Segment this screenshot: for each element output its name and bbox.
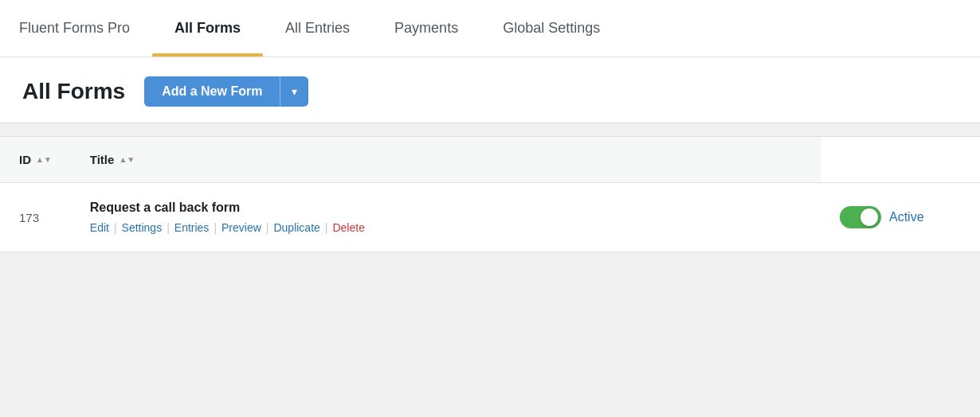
status-toggle-container: Active <box>840 206 961 228</box>
row-title-cell: Request a call back form Edit | Settings… <box>71 183 821 252</box>
status-badge: Active <box>889 210 924 224</box>
row-id: 173 <box>0 183 71 252</box>
action-settings[interactable]: Settings <box>122 221 163 234</box>
add-form-dropdown-button[interactable]: ▾ <box>280 77 308 106</box>
table-row: 173 Request a call back form Edit | Sett… <box>0 183 980 252</box>
nav-brand[interactable]: Fluent Forms Pro <box>19 0 152 57</box>
forms-table-wrapper: ID ▲▼ Title ▲▼ 173 Re <box>0 136 980 252</box>
chevron-down-icon: ▾ <box>292 85 297 98</box>
form-actions: Edit | Settings | Entries | Preview | Du… <box>90 221 802 234</box>
action-edit[interactable]: Edit <box>90 221 109 234</box>
page-header: All Forms Add a New Form ▾ <box>0 57 980 123</box>
col-id-label: ID <box>19 153 31 166</box>
forms-table: ID ▲▼ Title ▲▼ 173 Re <box>0 136 980 252</box>
table-header-row: ID ▲▼ Title ▲▼ <box>0 137 980 183</box>
add-form-button[interactable]: Add a New Form <box>144 76 280 107</box>
sep-5: | <box>325 221 328 234</box>
col-title[interactable]: Title ▲▼ <box>71 137 821 183</box>
title-sort-icon[interactable]: ▲▼ <box>119 156 135 164</box>
nav-all-entries[interactable]: All Entries <box>263 0 372 57</box>
top-nav: Fluent Forms Pro All Forms All Entries P… <box>0 0 980 57</box>
nav-all-forms[interactable]: All Forms <box>152 0 263 57</box>
nav-payments[interactable]: Payments <box>372 0 480 57</box>
id-sort-icon[interactable]: ▲▼ <box>36 156 52 164</box>
page-content: All Forms Add a New Form ▾ ID ▲▼ <box>0 57 980 417</box>
nav-global-settings[interactable]: Global Settings <box>480 0 622 57</box>
action-entries[interactable]: Entries <box>174 221 210 234</box>
col-id[interactable]: ID ▲▼ <box>0 137 71 183</box>
sep-3: | <box>214 221 217 234</box>
form-title: Request a call back form <box>90 201 802 215</box>
action-duplicate[interactable]: Duplicate <box>273 221 319 234</box>
sep-1: | <box>114 221 117 234</box>
sep-4: | <box>266 221 269 234</box>
row-status-cell: Active <box>821 183 980 252</box>
sep-2: | <box>167 221 170 234</box>
add-form-button-group: Add a New Form ▾ <box>144 76 308 107</box>
action-preview[interactable]: Preview <box>221 221 261 234</box>
col-title-label: Title <box>90 153 115 166</box>
toggle-slider <box>840 206 881 228</box>
status-toggle[interactable] <box>840 206 881 228</box>
action-delete[interactable]: Delete <box>332 221 364 234</box>
page-title: All Forms <box>22 79 125 104</box>
